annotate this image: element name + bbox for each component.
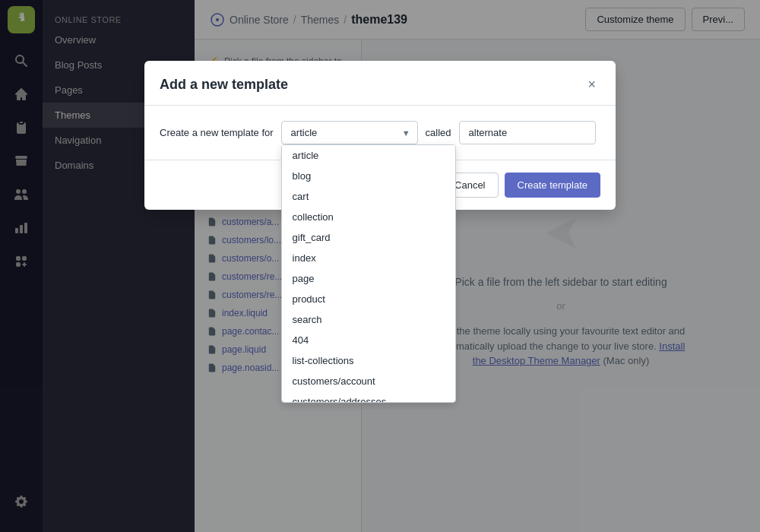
dropdown-item-blog[interactable]: blog [282, 166, 455, 186]
dropdown-item-collection[interactable]: collection [282, 207, 455, 227]
add-template-modal: Add a new template × Create a new templa… [144, 61, 616, 210]
dropdown-item-customers-addresses[interactable]: customers/addresses [282, 391, 455, 403]
dropdown-item-product[interactable]: product [282, 289, 455, 309]
dropdown-item-cart[interactable]: cart [282, 186, 455, 207]
modal-header: Add a new template × [144, 61, 616, 106]
dropdown-item-customers-account[interactable]: customers/account [282, 371, 455, 391]
modal-body: Create a new template for article blog c… [144, 106, 616, 160]
dropdown-item-search[interactable]: search [282, 309, 455, 330]
dropdown-item-list-collections[interactable]: list-collections [282, 350, 455, 371]
template-name-input[interactable] [459, 121, 596, 144]
modal-overlay[interactable]: Add a new template × Create a new templa… [0, 0, 760, 532]
dropdown-item-gift-card[interactable]: gift_card [282, 227, 455, 248]
dropdown-item-index[interactable]: index [282, 248, 455, 268]
called-label: called [426, 121, 451, 138]
form-label: Create a new template for [160, 121, 274, 138]
create-template-button[interactable]: Create template [505, 173, 601, 198]
dropdown-item-article[interactable]: article [282, 145, 455, 166]
modal-title: Add a new template [160, 77, 288, 93]
dropdown-item-page[interactable]: page [282, 268, 455, 289]
template-type-select[interactable]: article blog cart collection gift_card i… [281, 121, 418, 144]
template-form: Create a new template for article blog c… [160, 121, 600, 144]
dropdown-list[interactable]: article blog cart collection gift_card i… [281, 144, 456, 403]
select-wrapper: article blog cart collection gift_card i… [281, 121, 418, 144]
modal-close-button[interactable]: × [583, 76, 600, 93]
dropdown-item-404[interactable]: 404 [282, 330, 455, 350]
